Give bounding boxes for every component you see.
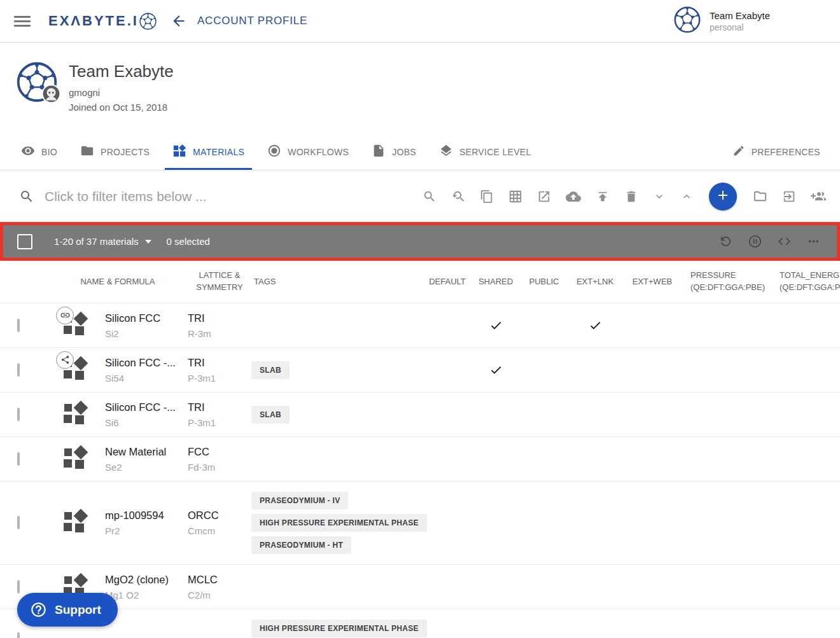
tab-label: WORKFLOWS: [288, 147, 349, 157]
header-ext-lnk[interactable]: EXT+LNK: [568, 276, 622, 288]
header-public[interactable]: PUBLIC: [520, 276, 568, 288]
filter-input[interactable]: [45, 189, 375, 204]
header-pressure[interactable]: PRESSURE (QE:DFT:GGA:PBE): [683, 270, 772, 294]
materials-table-body: Silicon FCC Si2 TRI R-3m Silicon FCC -..…: [0, 303, 840, 638]
tag-chip: HIGH PRESSURE EXPERIMENTAL PHASE: [251, 620, 427, 637]
pause-icon[interactable]: [748, 234, 762, 249]
material-formula: Pr2: [105, 525, 188, 536]
select-all-checkbox[interactable]: [17, 234, 32, 249]
search-icon[interactable]: [423, 190, 437, 204]
material-icon: [60, 313, 90, 338]
material-formula: Si54: [105, 373, 188, 384]
tags-cell: [251, 577, 423, 597]
add-material-button[interactable]: [709, 183, 737, 211]
header-default[interactable]: DEFAULT: [423, 276, 472, 288]
table-row[interactable]: mp-1009594 Pr2 ORCC Cmcm PRASEODYMIUM - …: [0, 481, 840, 564]
top-app-bar: EXΛBYTE.I ACCOUNT PROFILE Team Exabyte p…: [0, 0, 840, 43]
header-shared[interactable]: SHARED: [472, 276, 520, 288]
tag-chip: PRASEODYMIUM - HT: [251, 536, 351, 554]
embed-code-icon[interactable]: [777, 234, 792, 249]
import-icon[interactable]: [782, 190, 796, 204]
exabyte-logo[interactable]: EXΛBYTE.I: [48, 13, 157, 30]
search-icon: [19, 189, 34, 204]
tags-cell: PRASEODYMIUM - IVHIGH PRESSURE EXPERIMEN…: [251, 482, 423, 564]
profile-avatar: [17, 62, 57, 102]
search-again-icon[interactable]: [451, 190, 465, 204]
material-name[interactable]: MgO2 (clone): [105, 574, 188, 586]
header-total-energy[interactable]: TOTAL_ENERGY (QE:DFT:GGA:PBE): [772, 270, 840, 294]
pagination-dropdown[interactable]: 1-20 of 37 materials: [54, 236, 151, 247]
row-checkbox[interactable]: [17, 580, 20, 593]
materials-count-label: 1-20 of 37 materials: [54, 236, 139, 247]
tab-workflows[interactable]: WORKFLOWS: [260, 134, 356, 170]
tag-chip: SLAB: [251, 361, 290, 379]
table-row[interactable]: New Material Se2 FCC Fd-3m: [0, 436, 840, 481]
upload-icon[interactable]: [596, 190, 610, 204]
header-tags[interactable]: TAGS: [251, 276, 423, 288]
row-checkbox[interactable]: [17, 408, 20, 421]
more-icon[interactable]: [806, 234, 821, 249]
chevron-down-icon[interactable]: [653, 190, 666, 203]
table-row[interactable]: HIGH PRESSURE EXPERIMENTAL PHASE: [0, 609, 840, 638]
ext-lnk-cell: [568, 319, 622, 332]
tab-materials[interactable]: MATERIALS: [165, 134, 252, 170]
user-face-badge-icon: [41, 84, 61, 106]
tab-bio[interactable]: BIO: [13, 134, 65, 170]
table-row[interactable]: Silicon FCC -... Si6 TRI P-3m1 SLAB: [0, 392, 840, 436]
table-row[interactable]: Silicon FCC -... Si54 TRI P-3m1 SLAB: [0, 347, 840, 392]
header-lattice-symmetry[interactable]: LATTICE & SYMMETRY: [188, 270, 251, 294]
account-name: Team Exabyte: [710, 10, 770, 21]
lattice-type: TRI: [188, 312, 251, 324]
tab-jobs[interactable]: JOBS: [364, 134, 424, 170]
team-name: Team Exabyte: [69, 62, 174, 81]
tab-projects[interactable]: PROJECTS: [73, 134, 157, 170]
cloud-upload-icon[interactable]: [566, 189, 581, 204]
material-name[interactable]: Silicon FCC -...: [105, 357, 188, 369]
tab-label: SERVICE LEVEL: [459, 147, 531, 157]
copy-icon[interactable]: [480, 190, 494, 204]
row-checkbox[interactable]: [17, 632, 20, 638]
back-arrow-icon[interactable]: [171, 13, 187, 29]
add-users-icon[interactable]: [811, 189, 826, 204]
open-in-new-icon[interactable]: [537, 190, 551, 204]
menu-icon[interactable]: [14, 16, 31, 27]
tab-preferences[interactable]: PREFERENCES: [725, 134, 828, 170]
tags-cell: SLAB: [251, 396, 423, 434]
material-icon: [60, 402, 90, 427]
material-name[interactable]: Silicon FCC -...: [105, 401, 188, 413]
table-row[interactable]: MgO2 (clone) Mg1 O2 MCLC C2/m: [0, 564, 840, 609]
chevron-up-icon[interactable]: [680, 190, 693, 203]
tab-label: PROJECTS: [101, 147, 150, 157]
material-name[interactable]: Silicon FCC: [105, 312, 188, 324]
joined-date: Joined on Oct 15, 2018: [69, 102, 174, 113]
table-row[interactable]: Silicon FCC Si2 TRI R-3m: [0, 303, 840, 347]
materials-icon: [172, 144, 186, 160]
material-formula: Si6: [105, 417, 188, 428]
tag-chip: PRASEODYMIUM - IV: [251, 492, 348, 510]
row-checkbox[interactable]: [17, 452, 20, 466]
row-checkbox[interactable]: [17, 516, 20, 529]
table-grid-icon[interactable]: [508, 190, 522, 204]
row-checkbox[interactable]: [17, 319, 20, 332]
folder-icon[interactable]: [753, 189, 767, 204]
lattice-type: MCLC: [188, 574, 251, 586]
header-name-formula[interactable]: NAME & FORMULA: [48, 276, 188, 288]
undo-icon[interactable]: [718, 234, 733, 249]
check-icon: [489, 319, 503, 332]
header-ext-web[interactable]: EXT+WEB: [622, 276, 683, 288]
lattice-type: ORCC: [188, 510, 251, 522]
tags-cell: SLAB: [251, 351, 423, 389]
account-menu[interactable]: Team Exabyte personal: [674, 6, 825, 36]
tag-chip: SLAB: [251, 406, 290, 424]
material-name[interactable]: New Material: [105, 446, 188, 458]
symmetry-group: Fd-3m: [188, 462, 251, 473]
support-button[interactable]: Support: [17, 593, 118, 627]
row-checkbox[interactable]: [17, 363, 20, 377]
material-name[interactable]: mp-1009594: [105, 510, 188, 522]
workflow-icon: [267, 144, 281, 160]
delete-icon[interactable]: [624, 190, 638, 204]
profile-tabs: BIO PROJECTS MATERIALS WORKFLOWS JOBS SE…: [0, 134, 840, 170]
tab-service-level[interactable]: SERVICE LEVEL: [431, 134, 539, 170]
tags-cell: HIGH PRESSURE EXPERIMENTAL PHASE: [251, 609, 423, 638]
tab-label: BIO: [41, 147, 57, 157]
